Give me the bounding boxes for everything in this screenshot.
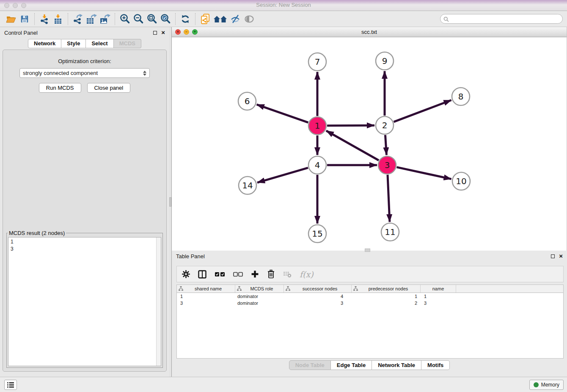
graph-node-label-3: 3	[385, 160, 390, 170]
window-controls[interactable]	[4, 3, 26, 8]
first-neighbors-icon[interactable]	[212, 13, 229, 25]
tree-icon	[179, 286, 183, 292]
save-session-icon[interactable]	[18, 13, 31, 25]
column-header-successor-nodes[interactable]: successor nodes	[284, 285, 352, 293]
export-network-icon[interactable]	[71, 13, 85, 25]
graph-node-label-10: 10	[456, 176, 466, 186]
unselect-all-columns-icon[interactable]	[233, 272, 243, 277]
tab-node-table[interactable]: Node Table	[289, 360, 331, 370]
cell-name[interactable]: 1	[421, 293, 456, 300]
show-all-icon[interactable]	[242, 13, 256, 25]
cell-successor-nodes[interactable]: 4	[284, 293, 352, 300]
zoom-in-icon[interactable]	[118, 13, 132, 25]
export-table-icon[interactable]	[85, 13, 98, 25]
graph-edge-1-6[interactable]	[257, 105, 308, 122]
select-stepper-icon	[143, 71, 146, 76]
cell-shared-name[interactable]: 3	[177, 300, 235, 306]
optimization-criterion-select[interactable]: strongly connected component	[19, 68, 150, 78]
cell-mcds-role[interactable]: dominator	[235, 300, 284, 306]
result-scrollbar[interactable]	[156, 237, 161, 366]
graph-node-label-9: 9	[382, 56, 388, 66]
graph-edge-1-2[interactable]	[327, 125, 374, 126]
column-header-name[interactable]: name	[421, 285, 456, 293]
tree-icon	[353, 286, 358, 292]
network-close-icon[interactable]: ×	[175, 29, 181, 35]
close-table-panel-icon[interactable]: ×	[559, 254, 563, 258]
cell-mcds-role[interactable]: dominator	[235, 293, 284, 300]
horizontal-splitter-grip[interactable]	[365, 248, 370, 252]
graph-edge-3-1[interactable]	[326, 131, 379, 160]
tab-select[interactable]: Select	[86, 39, 113, 48]
tab-mcds[interactable]: MCDS	[114, 39, 141, 48]
search-icon	[443, 16, 449, 24]
close-panel-button[interactable]: Close panel	[87, 83, 131, 93]
graph-edge-3-11[interactable]	[388, 175, 390, 222]
select-all-columns-icon[interactable]	[215, 271, 225, 277]
run-mcds-button[interactable]: Run MCDS	[39, 83, 81, 93]
close-panel-icon[interactable]: ×	[161, 30, 165, 35]
create-column-plus-icon[interactable]	[251, 270, 259, 278]
network-minimize-icon[interactable]: −	[184, 29, 189, 35]
cell-predecessor-nodes[interactable]: 2	[352, 300, 421, 306]
network-window: × − + scc.txt 7968124314101511	[172, 27, 567, 251]
graph-node-label-7: 7	[315, 57, 320, 67]
graph-edge-2-8[interactable]	[394, 100, 451, 121]
memory-button[interactable]: Memory	[529, 380, 564, 390]
mcds-result-line: 3	[11, 246, 159, 253]
tab-motifs[interactable]: Motifs	[421, 360, 450, 370]
tab-network-table[interactable]: Network Table	[372, 360, 421, 370]
clone-network-icon[interactable]	[198, 13, 212, 25]
graph-edge-4-14[interactable]	[257, 168, 308, 182]
list-icon	[7, 382, 14, 388]
column-header-shared-name[interactable]: shared name	[177, 285, 235, 293]
zoom-selected-icon[interactable]	[159, 13, 172, 25]
table-panel-title: Table Panel	[176, 253, 205, 259]
search-input[interactable]	[440, 14, 563, 24]
network-canvas[interactable]: 7968124314101511	[172, 37, 566, 250]
maximize-window-button[interactable]	[21, 3, 26, 8]
delete-table-icon-disabled	[283, 271, 292, 278]
column-header-mcds-role[interactable]: MCDS role	[235, 285, 284, 293]
hide-selected-icon[interactable]	[229, 13, 242, 25]
tab-style[interactable]: Style	[61, 39, 86, 48]
network-maximize-icon[interactable]: +	[192, 29, 198, 35]
column-header-predecessor-nodes[interactable]: predecessor nodes	[352, 285, 421, 293]
cell-shared-name[interactable]: 1	[177, 293, 235, 300]
cell-successor-nodes[interactable]: 3	[284, 300, 352, 306]
import-network-icon[interactable]	[38, 13, 51, 25]
export-image-icon[interactable]	[98, 13, 112, 25]
table-settings-gear-icon[interactable]	[182, 270, 190, 278]
control-panel: Control Panel × Network Style Select MCD…	[0, 27, 169, 377]
graph-edge-2-3[interactable]	[385, 135, 386, 155]
delete-column-trash-icon[interactable]	[267, 270, 275, 279]
table-row[interactable]: 3 dominator 3 2 3	[177, 300, 563, 306]
zoom-out-icon[interactable]	[132, 13, 145, 25]
show-columns-icon[interactable]	[198, 270, 206, 279]
zoom-fit-icon[interactable]	[145, 13, 159, 25]
splitter-grip[interactable]	[169, 197, 171, 207]
tab-network[interactable]: Network	[28, 39, 61, 48]
minimize-window-button[interactable]	[13, 3, 18, 8]
cell-predecessor-nodes[interactable]: 1	[352, 293, 421, 300]
graph-edge-3-10[interactable]	[396, 167, 451, 179]
open-session-icon[interactable]	[4, 13, 18, 25]
mcds-result-list[interactable]: 1 3	[8, 237, 161, 366]
import-table-icon[interactable]	[51, 13, 65, 25]
graph-node-label-8: 8	[458, 91, 464, 102]
float-table-panel-icon[interactable]	[551, 254, 555, 258]
table-row[interactable]: 1 dominator 4 1 1	[177, 293, 563, 300]
network-window-titlebar[interactable]: × − + scc.txt	[172, 27, 567, 37]
network-graph[interactable]: 7968124314101511	[172, 37, 566, 250]
close-window-button[interactable]	[4, 3, 9, 8]
graph-node-label-14: 14	[242, 180, 253, 190]
mcds-result-line: 1	[11, 238, 159, 246]
control-panel-tabs: Network Style Select MCDS	[0, 39, 169, 48]
float-panel-icon[interactable]	[153, 31, 157, 35]
task-history-button[interactable]	[4, 380, 17, 390]
tab-edge-table[interactable]: Edge Table	[331, 360, 372, 370]
cell-name[interactable]: 3	[421, 300, 456, 306]
refresh-layout-icon[interactable]	[179, 13, 192, 25]
toolbar-separator	[175, 13, 176, 25]
mcds-result-box: MCDS result (2 nodes) 1 3	[6, 230, 163, 368]
memory-label: Memory	[541, 382, 559, 388]
